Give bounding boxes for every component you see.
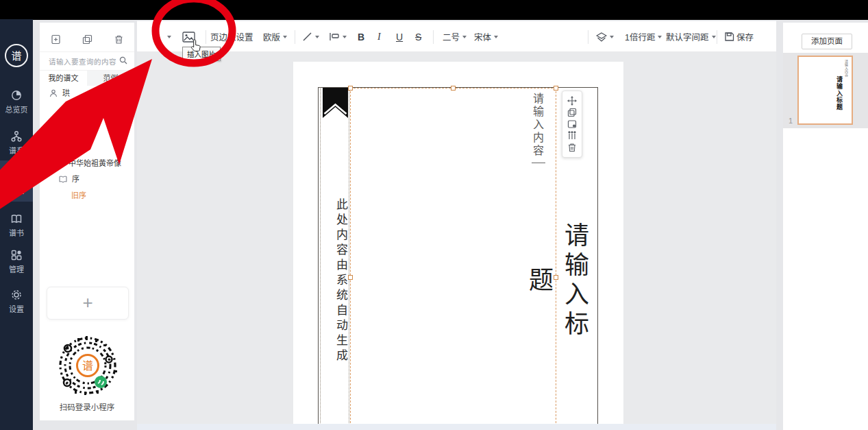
tree-item-preface-2[interactable]: 序 (59, 173, 79, 184)
text-direction-dropdown[interactable] (329, 21, 347, 52)
tree-item-old-preface[interactable]: 旧序 (71, 189, 86, 200)
thumb-title-text: 请输入标题 (835, 76, 844, 117)
hand-cursor-icon (190, 39, 201, 55)
copy-icon[interactable] (567, 108, 577, 117)
border-line-dropdown[interactable] (302, 21, 319, 52)
selection-handle-mid-right[interactable] (554, 275, 558, 280)
person-icon (49, 89, 60, 97)
selection-handle-mid-left[interactable] (348, 275, 353, 280)
search-icon[interactable] (119, 56, 127, 64)
chevron-down-icon (343, 36, 347, 38)
document-tree-panel: 请输入要查询的内容 我的谱文 范例 珙 序 族谱 像赞 中华始祖黄帝像 序 (40, 23, 134, 420)
strikethrough-button[interactable]: S (415, 21, 421, 52)
tree-item-label: 序 (72, 175, 79, 183)
trash-icon[interactable] (567, 143, 577, 152)
tab-my-puwen[interactable]: 我的谱文 (40, 71, 87, 86)
tree-item-label: 序 (72, 112, 79, 121)
content-placeholder[interactable]: 请输入内容 (529, 93, 545, 171)
sidebar-item-overview[interactable]: 总览页 (0, 89, 33, 115)
tree-item-preface-1[interactable]: 序 (59, 110, 79, 121)
divider (206, 30, 206, 44)
sidebar-item-settings[interactable]: 设置 (0, 289, 33, 314)
line-spacing-dropdown[interactable]: 1倍行距 (625, 21, 662, 52)
layout-style-dropdown[interactable]: 欧版 (263, 21, 287, 52)
gear-icon (0, 289, 33, 301)
qr-caption: 扫码登录小程序 (40, 401, 134, 412)
sidebar-item-label: 总览页 (0, 104, 33, 115)
open-book-icon (59, 112, 70, 121)
save-button[interactable]: 保存 (724, 21, 754, 52)
tree-tabs: 我的谱文 范例 (40, 71, 134, 86)
tree-search[interactable]: 请输入要查询的内容 (40, 52, 134, 71)
sidebar-item-pushu[interactable]: 谱书 (0, 213, 33, 238)
chevron-down-icon (658, 36, 662, 38)
chevron-down-icon (494, 36, 498, 38)
underline-button[interactable]: U (396, 21, 403, 52)
brand-logo[interactable]: 谱 (5, 44, 28, 67)
editor-canvas: 此处内容由系统自动生成 请输入内容 请输入标题 (137, 51, 776, 430)
selection-handle-top-left[interactable] (348, 86, 353, 91)
pie-chart-icon (0, 89, 33, 101)
divider (295, 30, 295, 44)
pages-panel: 添加页面 请输入内容 请输入标题 1 (783, 23, 868, 430)
sidebar-item-label: 谱书 (0, 227, 33, 238)
tree-item-zupu[interactable]: 族谱 (79, 126, 94, 136)
letter-spacing-dropdown[interactable]: 默认字间距 (666, 21, 716, 52)
tree-item-label: 族谱 (79, 128, 94, 136)
style-icon[interactable] (567, 119, 577, 129)
sidebar-item-pedigree[interactable]: 谱系 (0, 130, 33, 156)
tab-examples[interactable]: 范例 (87, 71, 134, 86)
horizontal-scrollbar[interactable] (137, 424, 776, 430)
layer-order-dropdown[interactable] (596, 21, 614, 52)
tree-item-xiangzan[interactable]: 像赞 (58, 142, 86, 153)
insert-image-tooltip: 插入图片 (182, 47, 221, 61)
format-toolbar: 页边距设置 欧版 B I U S 二号 宋体 (137, 21, 776, 52)
add-page-button[interactable]: 添加页面 (802, 34, 852, 49)
flag-icon (329, 32, 340, 41)
nav-rail: 谱 总览页 谱系 谱文 谱书 (0, 19, 33, 430)
font-size-dropdown[interactable]: 二号 (443, 21, 467, 52)
move-icon[interactable] (567, 96, 577, 106)
font-family-dropdown[interactable]: 宋体 (474, 21, 498, 52)
bookmark-ribbon (323, 88, 348, 122)
search-placeholder: 请输入要查询的内容 (49, 56, 116, 67)
chevron-down-icon (462, 36, 467, 38)
title-placeholder[interactable]: 请输入标题 (562, 213, 592, 350)
tree-item-label: 中华始祖黄帝像 (69, 159, 121, 167)
selection-handle-top-center[interactable] (451, 86, 456, 91)
sidebar-item-puwen[interactable]: 谱文 (0, 160, 33, 202)
copy-icon[interactable] (82, 34, 92, 47)
sidebar-item-label: 管理 (0, 263, 33, 274)
tree-item-root[interactable]: 珙 (49, 87, 70, 98)
tree-item-huangdi-portrait[interactable]: 中华始祖黄帝像 (69, 157, 121, 168)
qr-logo-glyph: 谱 (82, 360, 93, 372)
save-icon (724, 32, 734, 42)
chevron-down-icon (315, 36, 319, 38)
add-file-icon[interactable] (51, 34, 61, 47)
login-qr-code: 谱 (57, 335, 119, 396)
letterbox-bar (0, 0, 868, 20)
italic-button[interactable]: I (377, 21, 381, 52)
tree-item-label: 珙 (62, 89, 70, 97)
sidebar-item-manage[interactable]: 管理 (0, 249, 33, 274)
wechat-badge-icon (95, 376, 107, 388)
auto-generated-text: 此处内容由系统自动生成 (320, 178, 349, 384)
selection-handle-top-right[interactable] (554, 86, 558, 91)
open-book-icon (59, 175, 70, 183)
divider (433, 30, 434, 44)
page-thumbnail[interactable]: 请输入内容 请输入标题 (797, 56, 853, 125)
org-tree-icon (0, 130, 33, 143)
trash-icon[interactable] (114, 34, 124, 47)
chevron-down-icon (167, 36, 171, 38)
bold-button[interactable]: B (358, 21, 364, 52)
book-icon (0, 213, 33, 225)
selection-box[interactable] (350, 88, 556, 430)
columns-icon[interactable] (567, 131, 577, 141)
hidden-dropdown[interactable] (164, 21, 171, 52)
chevron-down-icon (712, 36, 716, 38)
thumb-content-text: 请输入内容 (843, 60, 848, 80)
add-document-button[interactable]: + (47, 287, 129, 320)
tree-actions (40, 29, 134, 52)
page-number: 1 (789, 117, 793, 125)
badge-icon (58, 144, 69, 152)
